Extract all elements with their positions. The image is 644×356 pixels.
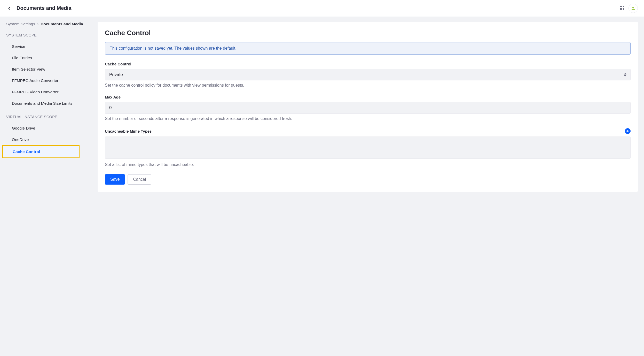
apps-grid-icon	[620, 6, 624, 10]
max-age-help: Set the number of seconds after a respon…	[105, 116, 631, 121]
scope-label-system: SYSTEM SCOPE	[6, 33, 98, 37]
breadcrumb-parent[interactable]: System Settings	[6, 22, 35, 26]
user-icon	[631, 6, 635, 11]
user-avatar-button[interactable]	[629, 4, 638, 13]
mime-types-textarea[interactable]	[105, 137, 631, 159]
add-mime-type-button[interactable]	[625, 128, 631, 134]
max-age-label: Max Age	[105, 95, 631, 99]
info-alert: This configuration is not saved yet. The…	[105, 42, 631, 55]
sidebar-item-file-entries[interactable]: File Entries	[6, 52, 98, 64]
scope-label-virtual-instance: VIRTUAL INSTANCE SCOPE	[6, 115, 98, 119]
chevron-left-icon	[7, 6, 11, 10]
cancel-button[interactable]: Cancel	[128, 174, 151, 185]
cache-control-select[interactable]: Private	[105, 69, 631, 80]
plus-icon	[626, 130, 629, 133]
breadcrumb: System Settings › Documents and Media	[6, 22, 98, 26]
apps-menu-button[interactable]	[617, 4, 626, 13]
page-title: Cache Control	[105, 29, 631, 37]
breadcrumb-current: Documents and Media	[41, 22, 83, 26]
sidebar-item-ffmpeg-video[interactable]: FFMPEG Video Converter	[6, 86, 98, 98]
chevron-right-icon: ›	[37, 22, 38, 26]
max-age-input[interactable]	[105, 102, 631, 114]
sidebar-item-onedrive[interactable]: OneDrive	[6, 134, 98, 145]
sidebar-item-size-limits[interactable]: Documents and Media Size Limits	[6, 98, 73, 109]
back-button[interactable]	[6, 5, 12, 11]
sidebar-item-ffmpeg-audio[interactable]: FFMPEG Audio Converter	[6, 75, 98, 86]
page-header-title: Documents and Media	[17, 5, 71, 11]
mime-types-label: Uncacheable Mime Types	[105, 129, 152, 133]
cache-control-help: Set the cache control policy for documen…	[105, 83, 631, 88]
mime-types-help: Set a list of mime types that will be un…	[105, 162, 631, 167]
sidebar-item-service[interactable]: Service	[6, 41, 98, 52]
avatar	[629, 4, 638, 13]
cache-control-label: Cache Control	[105, 62, 631, 66]
sidebar-item-cache-control[interactable]: Cache Control	[2, 145, 80, 158]
sidebar-item-item-selector-view[interactable]: Item Selector View	[6, 64, 98, 75]
save-button[interactable]: Save	[105, 174, 125, 185]
sidebar-item-google-drive[interactable]: Google Drive	[6, 123, 98, 134]
